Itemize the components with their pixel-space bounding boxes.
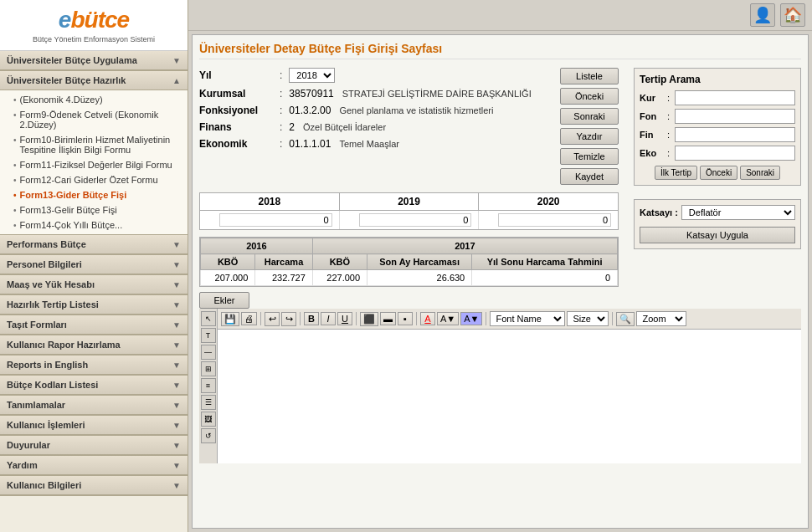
sidebar-section-tasit: Taşıt Formları ▼ [0,315,188,335]
kaydet-button[interactable]: Kaydet [560,168,619,185]
rte-btn-align-right[interactable]: ▪ [398,312,413,325]
sidebar-section-header-reports-english[interactable]: Reports in English ▼ [0,356,188,375]
form-fields: Yıl : 2018 Kurumsal : 38570911 STRATEJİ … [199,68,555,186]
sidebar-section-header-kullanici-bilgileri[interactable]: Kullanıcı Bilgileri ▼ [0,476,188,495]
sidebar-section-personel: Personel Bilgileri ▼ [0,255,188,275]
page-title: Üniversiteler Detay Bütçe Fişi Girişi Sa… [199,42,801,59]
listele-button[interactable]: Listele [560,68,619,84]
rte-btn-zoom-icon[interactable]: 🔍 [616,312,635,326]
chevron-down-icon: ▼ [172,481,181,490]
fonksiyonel-row: Fonksiyonel : 01.3.2.00 Genel planlama v… [199,105,555,116]
sidebar-item-form11[interactable]: • Form11-Fiziksel Değerler Bilgi Formu [0,157,188,172]
rte-btn-redo[interactable]: ↪ [281,312,296,326]
tertip-buttons: İlk Tertip Önceki Sonraki [640,166,795,180]
kurumsal-label: Kurumsal [199,88,275,100]
rte-main-area: 💾 🖨 ↩ ↪ B I U ⬛ ▬ ▪ A A▼ A▼ [218,309,801,463]
sidebar-section-header-duyurular[interactable]: Duyurular ▼ [0,436,188,455]
sidebar-item-form13-gelir[interactable]: • Form13-Gelir Bütçe Fişi [0,202,188,217]
sidebar-item-form13-gider[interactable]: • Form13-Gider Bütçe Fişi [0,187,188,202]
rte-btn-print[interactable]: 🖨 [241,312,257,325]
home-icon[interactable]: 🏠 [780,3,805,27]
sidebar-section-header-tanimlamalar[interactable]: Tanımlamalar ▼ [0,396,188,415]
sidebar-section-header-personel[interactable]: Personel Bilgileri ▼ [0,255,188,274]
rte-btn-italic[interactable]: I [321,312,336,325]
finans-desc: Özel Bütçeli İdareler [303,122,386,132]
ekonomik-desc: Temel Maaşlar [339,139,399,149]
rte-btn-align-center[interactable]: ▬ [380,312,396,325]
ilk-tertip-button[interactable]: İlk Tertip [655,166,697,180]
val-harcama-16: 232.727 [255,270,312,286]
sidebar-section-header-butce-kodlari[interactable]: Bütçe Kodları Listesi ▼ [0,376,188,395]
chevron-down-icon: ▼ [172,340,181,350]
bullet-icon: • [13,95,17,105]
tertip-eko-input[interactable] [675,146,795,161]
rte-tool-refresh[interactable]: ↺ [201,428,216,443]
temizle-button[interactable]: Temizle [560,148,619,165]
sidebar-item-form9[interactable]: • Form9-Ödenek Cetveli (Ekonomik 2.Düzey… [0,107,188,132]
page-content: Üniversiteler Detay Bütçe Fişi Girişi Sa… [192,34,809,529]
tertip-fin-label: Fin [640,130,664,140]
fonksiyonel-value: 01.3.2.00 [289,105,331,116]
sidebar-section-header-kullanici-rapor[interactable]: Kullanıcı Rapor Hazırlama ▼ [0,335,188,355]
sidebar-section-header-hazirlik-tertip[interactable]: Hazırlık Tertip Listesi ▼ [0,295,188,315]
year-2020-header: 2020 [479,193,618,210]
rte-tool-list[interactable]: ≡ [201,378,216,393]
sidebar-section-yardim: Yardım ▼ [0,456,188,476]
rte-tool-text[interactable]: T [201,328,216,343]
sidebar-item-form12[interactable]: • Form12-Cari Giderler Özet Formu [0,172,188,187]
tertip-onceki-button[interactable]: Önceki [700,166,737,180]
sidebar-item-label: Form14-Çok Yıllı Bütçe... [20,220,123,230]
katsayi-uygula-button[interactable]: Katsayı Uygula [640,227,795,243]
rte-tool-cursor[interactable]: ↖ [201,311,216,326]
rte-btn-bg-color[interactable]: A▼ [460,312,482,325]
sidebar-section-header-yardim[interactable]: Yardım ▼ [0,456,188,475]
sidebar-section-header-maas[interactable]: Maaş ve Yük Hesabı ▼ [0,275,188,294]
sidebar-section-header-tasit[interactable]: Taşıt Formları ▼ [0,315,188,335]
yil-select[interactable]: 2018 [289,68,335,83]
rte-tool-line[interactable]: — [201,345,216,360]
kurumsal-row: Kurumsal : 38570911 STRATEJİ GELİŞTİRME … [199,88,555,100]
tertip-kur-input[interactable] [675,90,795,105]
yil-2018-input[interactable] [219,213,332,227]
yil-label: Yıl [199,69,275,81]
sidebar-section-header-universiteler-uygulama[interactable]: Üniversiteler Bütçe Uygulama ▼ [0,51,188,70]
rte-tool-list2[interactable]: ☰ [201,395,216,410]
sidebar-section-label: Üniversiteler Bütçe Hazırlık [7,75,126,85]
sidebar-item-ekonomik4[interactable]: • (Ekonomik 4.Düzey) [0,92,188,107]
rte-zoom-select[interactable]: Zoom [636,311,686,326]
rte-btn-align-left[interactable]: ⬛ [360,312,378,326]
fonksiyonel-desc: Genel planlama ve istatistik hizmetleri [339,105,493,115]
sidebar-item-label: Form12-Cari Giderler Özet Formu [20,175,158,185]
ekonomik-row: Ekonomik : 01.1.1.01 Temel Maaşlar [199,138,555,150]
rte-btn-color-a[interactable]: A [420,312,435,325]
yazdir-button[interactable]: Yazdır [560,128,619,145]
sonraki-button[interactable]: Sonraki [560,108,619,125]
yil-2019-input[interactable] [359,213,472,227]
rte-btn-undo[interactable]: ↩ [265,312,280,326]
rte-btn-underline[interactable]: U [337,312,352,325]
yil-2020-input[interactable] [498,213,611,227]
katsayi-select[interactable]: Deflatör TÜFE ÜFE [681,205,795,220]
rte-btn-font-color[interactable]: A▼ [437,312,459,325]
ekler-button[interactable]: Ekler [199,292,249,309]
user-icon[interactable]: 👤 [750,3,775,27]
tertip-fon-input[interactable] [675,109,795,124]
onceki-button[interactable]: Önceki [560,88,619,105]
rte-tool-image[interactable]: 🖼 [201,412,216,427]
rte-btn-save[interactable]: 💾 [221,312,239,326]
sidebar-section-header-performans[interactable]: Performans Bütçe ▼ [0,235,188,254]
tertip-sonraki-button[interactable]: Sonraki [740,166,780,180]
bullet-icon: • [13,206,17,215]
sidebar-item-form10[interactable]: • Form10-Birimlerin Hizmet Maliyetinin T… [0,132,188,157]
tertip-fon-row: Fon : [640,109,795,124]
rte-font-select[interactable]: Font Name [490,311,565,326]
rte-btn-bold[interactable]: B [304,312,319,325]
sidebar-section-label: Reports in English [7,360,88,370]
sidebar-item-form14[interactable]: • Form14-Çok Yıllı Bütçe... [0,217,188,233]
sidebar-section-header-universiteler-hazirlik[interactable]: Üniversiteler Bütçe Hazırlık ▲ [0,71,188,90]
rte-size-select[interactable]: Size [567,311,609,326]
tertip-fin-input[interactable] [675,127,795,142]
rte-tool-table[interactable]: ⊞ [201,361,216,376]
sidebar-section-header-kullanici-islemleri[interactable]: Kullanıcı İşlemleri ▼ [0,416,188,435]
rte-content[interactable] [218,330,801,463]
